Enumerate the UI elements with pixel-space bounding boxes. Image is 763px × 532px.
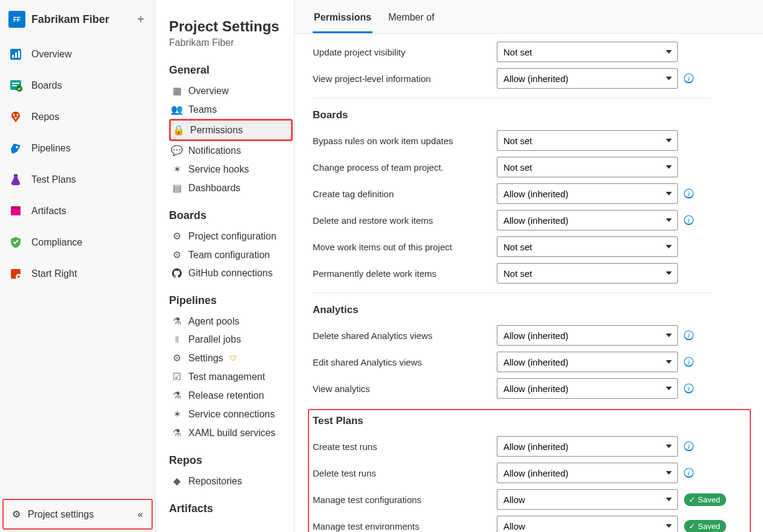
settings-item-xaml[interactable]: ⚗XAML build services (169, 423, 293, 442)
sidebar-item-repos[interactable]: Repos (0, 101, 155, 133)
perm-label: Manage test environments (313, 521, 491, 531)
perm-select[interactable] (497, 236, 678, 257)
lock-icon: 🔒 (173, 124, 184, 136)
settings-item-github[interactable]: GitHub connections (169, 264, 293, 282)
agent-icon: ⚗ (171, 315, 182, 327)
tab-member-of[interactable]: Member of (387, 7, 435, 33)
sidebar-item-artifacts[interactable]: Artifacts (0, 195, 155, 227)
svg-rect-3 (18, 51, 20, 58)
settings-item-service-hooks[interactable]: ✶Service hooks (169, 160, 293, 179)
project-avatar: FF (8, 11, 25, 28)
perm-select[interactable] (497, 325, 678, 346)
svg-point-9 (16, 146, 18, 148)
perm-select[interactable] (497, 68, 678, 89)
svg-text:+: + (17, 274, 20, 280)
permissions-content: Update project visibility View project-l… (295, 34, 763, 532)
mi-label: Permissions (190, 125, 243, 136)
teams-icon: 👥 (171, 104, 182, 115)
mi-label: Notifications (188, 145, 241, 156)
section-boards: Boards (169, 209, 293, 222)
settings-item-dashboards[interactable]: ▤Dashboards (169, 179, 293, 197)
perm-label: Manage test configurations (313, 495, 491, 505)
settings-item-notifications[interactable]: 💬Notifications (169, 141, 293, 160)
settings-item-teams[interactable]: 👥Teams (169, 100, 293, 119)
settings-item-repositories[interactable]: ◆Repositories (169, 472, 293, 490)
perm-row: View project-level information i (313, 65, 751, 92)
gear-icon: ⚙ (171, 352, 182, 364)
perm-label: Bypass rules on work item updates (313, 136, 491, 146)
svg-rect-10 (14, 174, 18, 176)
perm-select[interactable] (497, 352, 678, 372)
gear-icon: ⚙ (12, 508, 21, 520)
info-icon[interactable]: i (684, 357, 694, 367)
add-icon[interactable]: + (135, 13, 147, 27)
settings-item-test-mgmt[interactable]: ☑Test management (169, 367, 293, 386)
retention-icon: ⚗ (171, 390, 182, 401)
perm-select[interactable] (497, 183, 678, 204)
settings-item-project-config[interactable]: ⚙Project configuration (169, 227, 293, 245)
sidebar-item-boards[interactable]: Boards (0, 70, 155, 101)
repos-icon (8, 110, 23, 124)
perm-select[interactable] (497, 42, 678, 62)
perm-section-boards: Boards (313, 109, 751, 121)
nav-label: Repos (31, 112, 59, 122)
perm-label: Edit shared Analytics views (313, 357, 491, 367)
compliance-icon (8, 235, 23, 250)
perm-label: Permanently delete work items (313, 268, 491, 279)
settings-item-agent-pools[interactable]: ⚗Agent pools (169, 312, 293, 331)
collapse-icon[interactable]: « (138, 509, 143, 520)
xaml-icon: ⚗ (171, 427, 182, 439)
info-icon[interactable]: i (684, 384, 694, 393)
info-icon[interactable]: i (684, 468, 694, 478)
connection-icon: ✶ (171, 408, 182, 420)
settings-subtitle: Fabrikam Fiber (169, 37, 293, 48)
perm-select[interactable] (497, 436, 678, 457)
settings-item-settings[interactable]: ⚙Settings🛡 (169, 349, 293, 367)
shield-icon: 🛡 (229, 354, 237, 363)
sidebar-item-compliance[interactable]: Compliance (0, 227, 155, 258)
project-settings-button[interactable]: ⚙ Project settings « (2, 499, 153, 530)
mi-label: Test management (188, 372, 265, 382)
perm-label: View analytics (313, 384, 491, 394)
perm-label: Delete shared Analytics views (313, 331, 491, 341)
settings-item-service-conn[interactable]: ✶Service connections (169, 405, 293, 423)
nav-label: Start Right (31, 268, 77, 279)
sidebar-item-test-plans[interactable]: Test Plans (0, 164, 155, 195)
settings-item-overview[interactable]: ▦Overview (169, 81, 293, 100)
overview-icon (8, 47, 23, 62)
perm-select[interactable] (497, 489, 678, 510)
mi-label: XAML build services (188, 428, 275, 439)
svg-rect-11 (11, 208, 21, 215)
perm-label: View project-level information (313, 74, 491, 84)
tab-permissions[interactable]: Permissions (313, 7, 372, 33)
perm-select[interactable] (497, 210, 678, 230)
mi-label: Repositories (188, 476, 242, 487)
perm-select[interactable] (497, 463, 678, 483)
info-icon[interactable]: i (684, 331, 694, 340)
perm-label: Change process of team project. (313, 162, 491, 173)
perm-select[interactable] (497, 263, 678, 283)
settings-item-team-config[interactable]: ⚙Team configuration (169, 245, 293, 264)
project-header[interactable]: FF Fabrikam Fiber + (0, 0, 155, 39)
perm-row: Update project visibility (313, 39, 751, 65)
info-icon[interactable]: i (684, 74, 694, 83)
test-icon: ☑ (171, 371, 182, 382)
mi-label: GitHub connections (188, 268, 273, 279)
perm-select[interactable] (497, 378, 678, 399)
perm-select[interactable] (497, 516, 678, 532)
perm-select[interactable] (497, 157, 678, 177)
section-repos: Repos (169, 454, 293, 467)
info-icon[interactable]: i (684, 215, 694, 225)
perm-select[interactable] (497, 130, 678, 151)
info-icon[interactable]: i (684, 442, 694, 451)
info-icon[interactable]: i (684, 189, 694, 198)
sidebar-item-overview[interactable]: Overview (0, 39, 155, 70)
settings-item-parallel-jobs[interactable]: ⦀Parallel jobs (169, 331, 293, 349)
sidebar-item-start-right[interactable]: + Start Right (0, 258, 155, 290)
nav-label: Test Plans (31, 174, 76, 185)
perm-label: Delete and restore work items (313, 215, 491, 226)
settings-item-release-retention[interactable]: ⚗Release retention (169, 386, 293, 405)
perm-label: Update project visibility (313, 47, 491, 57)
sidebar-item-pipelines[interactable]: Pipelines (0, 133, 155, 164)
settings-item-permissions[interactable]: 🔒Permissions (169, 119, 293, 141)
